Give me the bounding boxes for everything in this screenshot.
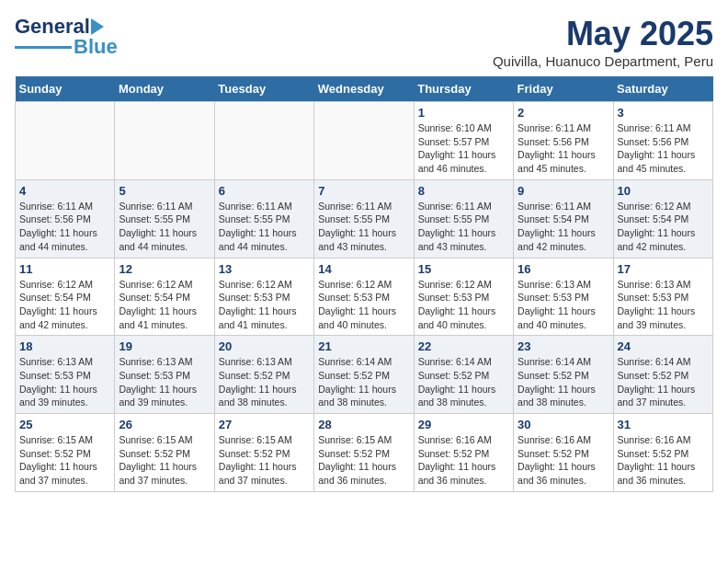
day-number: 5 xyxy=(119,184,210,198)
calendar-cell: 6Sunrise: 6:11 AM Sunset: 5:55 PM Daylig… xyxy=(214,179,313,258)
day-number: 1 xyxy=(418,106,509,120)
day-number: 4 xyxy=(19,184,110,198)
day-number: 8 xyxy=(418,184,509,198)
calendar-table: SundayMondayTuesdayWednesdayThursdayFrid… xyxy=(15,76,713,492)
calendar-cell: 4Sunrise: 6:11 AM Sunset: 5:56 PM Daylig… xyxy=(16,179,115,258)
weekday-header-wednesday: Wednesday xyxy=(314,76,414,102)
calendar-week-row: 18Sunrise: 6:13 AM Sunset: 5:53 PM Dayli… xyxy=(16,336,713,414)
day-number: 15 xyxy=(418,262,509,276)
day-info: Sunrise: 6:16 AM Sunset: 5:52 PM Dayligh… xyxy=(418,433,509,488)
day-info: Sunrise: 6:13 AM Sunset: 5:53 PM Dayligh… xyxy=(618,278,709,332)
day-info: Sunrise: 6:16 AM Sunset: 5:52 PM Dayligh… xyxy=(618,433,709,488)
day-number: 10 xyxy=(618,184,709,198)
day-number: 18 xyxy=(19,339,110,353)
day-number: 11 xyxy=(19,262,110,276)
calendar-cell: 7Sunrise: 6:11 AM Sunset: 5:55 PM Daylig… xyxy=(314,179,414,258)
calendar-cell: 23Sunrise: 6:14 AM Sunset: 5:52 PM Dayli… xyxy=(514,336,613,414)
calendar-week-row: 11Sunrise: 6:12 AM Sunset: 5:54 PM Dayli… xyxy=(16,258,713,336)
day-number: 13 xyxy=(219,262,310,276)
day-info: Sunrise: 6:12 AM Sunset: 5:54 PM Dayligh… xyxy=(618,200,709,254)
calendar-cell: 21Sunrise: 6:14 AM Sunset: 5:52 PM Dayli… xyxy=(314,336,414,414)
calendar-cell: 24Sunrise: 6:14 AM Sunset: 5:52 PM Dayli… xyxy=(613,336,712,414)
calendar-cell xyxy=(115,102,214,180)
day-number: 31 xyxy=(618,418,709,431)
day-info: Sunrise: 6:15 AM Sunset: 5:52 PM Dayligh… xyxy=(219,433,310,488)
logo-blue: Blue xyxy=(74,35,118,59)
calendar-cell: 15Sunrise: 6:12 AM Sunset: 5:53 PM Dayli… xyxy=(414,258,513,336)
calendar-cell: 28Sunrise: 6:15 AM Sunset: 5:52 PM Dayli… xyxy=(314,414,414,492)
day-number: 24 xyxy=(618,339,709,353)
weekday-header-tuesday: Tuesday xyxy=(214,76,313,102)
calendar-cell: 13Sunrise: 6:12 AM Sunset: 5:53 PM Dayli… xyxy=(214,258,313,336)
calendar-cell: 31Sunrise: 6:16 AM Sunset: 5:52 PM Dayli… xyxy=(613,414,712,492)
day-info: Sunrise: 6:14 AM Sunset: 5:52 PM Dayligh… xyxy=(618,355,709,409)
day-number: 26 xyxy=(119,418,210,431)
calendar-cell: 29Sunrise: 6:16 AM Sunset: 5:52 PM Dayli… xyxy=(414,414,513,492)
day-number: 9 xyxy=(518,184,609,198)
calendar-cell: 30Sunrise: 6:16 AM Sunset: 5:52 PM Dayli… xyxy=(514,414,613,492)
day-info: Sunrise: 6:13 AM Sunset: 5:53 PM Dayligh… xyxy=(119,355,210,409)
day-number: 17 xyxy=(618,262,709,276)
day-info: Sunrise: 6:14 AM Sunset: 5:52 PM Dayligh… xyxy=(318,355,409,409)
calendar-cell: 9Sunrise: 6:11 AM Sunset: 5:54 PM Daylig… xyxy=(514,179,613,258)
calendar-week-row: 1Sunrise: 6:10 AM Sunset: 5:57 PM Daylig… xyxy=(16,102,713,180)
calendar-cell: 16Sunrise: 6:13 AM Sunset: 5:53 PM Dayli… xyxy=(514,258,613,336)
calendar-cell xyxy=(214,102,313,180)
day-info: Sunrise: 6:15 AM Sunset: 5:52 PM Dayligh… xyxy=(318,433,409,488)
calendar-week-row: 25Sunrise: 6:15 AM Sunset: 5:52 PM Dayli… xyxy=(16,414,713,492)
day-info: Sunrise: 6:12 AM Sunset: 5:53 PM Dayligh… xyxy=(219,278,310,332)
calendar-cell: 10Sunrise: 6:12 AM Sunset: 5:54 PM Dayli… xyxy=(613,179,712,258)
svg-marker-0 xyxy=(91,18,104,35)
weekday-header-monday: Monday xyxy=(115,76,214,102)
calendar-cell: 2Sunrise: 6:11 AM Sunset: 5:56 PM Daylig… xyxy=(514,102,613,180)
calendar-cell: 1Sunrise: 6:10 AM Sunset: 5:57 PM Daylig… xyxy=(414,102,513,180)
weekday-header-sunday: Sunday xyxy=(16,76,115,102)
day-info: Sunrise: 6:12 AM Sunset: 5:54 PM Dayligh… xyxy=(119,278,210,332)
day-info: Sunrise: 6:16 AM Sunset: 5:52 PM Dayligh… xyxy=(518,433,609,488)
calendar-cell: 14Sunrise: 6:12 AM Sunset: 5:53 PM Dayli… xyxy=(314,258,414,336)
calendar-cell: 25Sunrise: 6:15 AM Sunset: 5:52 PM Dayli… xyxy=(16,414,115,492)
day-info: Sunrise: 6:12 AM Sunset: 5:53 PM Dayligh… xyxy=(318,278,409,332)
day-info: Sunrise: 6:11 AM Sunset: 5:54 PM Dayligh… xyxy=(518,200,609,254)
calendar-cell xyxy=(16,102,115,180)
calendar-cell: 22Sunrise: 6:14 AM Sunset: 5:52 PM Dayli… xyxy=(414,336,513,414)
day-info: Sunrise: 6:12 AM Sunset: 5:53 PM Dayligh… xyxy=(418,278,509,332)
day-info: Sunrise: 6:11 AM Sunset: 5:55 PM Dayligh… xyxy=(219,200,310,254)
day-info: Sunrise: 6:11 AM Sunset: 5:55 PM Dayligh… xyxy=(318,200,409,254)
location: Quivilla, Huanuco Department, Peru xyxy=(493,53,713,69)
calendar-cell: 20Sunrise: 6:13 AM Sunset: 5:52 PM Dayli… xyxy=(214,336,313,414)
day-number: 6 xyxy=(219,184,310,198)
day-info: Sunrise: 6:11 AM Sunset: 5:56 PM Dayligh… xyxy=(518,121,609,176)
day-number: 23 xyxy=(518,339,609,353)
calendar-cell: 18Sunrise: 6:13 AM Sunset: 5:53 PM Dayli… xyxy=(16,336,115,414)
day-number: 14 xyxy=(318,262,409,276)
calendar-cell: 11Sunrise: 6:12 AM Sunset: 5:54 PM Dayli… xyxy=(16,258,115,336)
calendar-cell: 8Sunrise: 6:11 AM Sunset: 5:55 PM Daylig… xyxy=(414,179,513,258)
day-info: Sunrise: 6:14 AM Sunset: 5:52 PM Dayligh… xyxy=(418,355,509,409)
calendar-cell: 12Sunrise: 6:12 AM Sunset: 5:54 PM Dayli… xyxy=(115,258,214,336)
day-info: Sunrise: 6:13 AM Sunset: 5:53 PM Dayligh… xyxy=(19,355,110,409)
day-info: Sunrise: 6:11 AM Sunset: 5:55 PM Dayligh… xyxy=(418,200,509,254)
day-info: Sunrise: 6:13 AM Sunset: 5:52 PM Dayligh… xyxy=(219,355,310,409)
calendar-week-row: 4Sunrise: 6:11 AM Sunset: 5:56 PM Daylig… xyxy=(16,179,713,258)
logo: General Blue xyxy=(15,15,118,59)
day-info: Sunrise: 6:11 AM Sunset: 5:55 PM Dayligh… xyxy=(119,200,210,254)
page-header: General Blue May 2025 Quivilla, Huanuco … xyxy=(15,15,713,69)
day-number: 2 xyxy=(518,106,609,120)
day-number: 16 xyxy=(518,262,609,276)
day-info: Sunrise: 6:13 AM Sunset: 5:53 PM Dayligh… xyxy=(518,278,609,332)
calendar-cell xyxy=(314,102,414,180)
day-number: 27 xyxy=(219,418,310,431)
day-number: 3 xyxy=(618,106,709,120)
day-number: 25 xyxy=(19,418,110,431)
calendar-cell: 3Sunrise: 6:11 AM Sunset: 5:56 PM Daylig… xyxy=(613,102,712,180)
day-info: Sunrise: 6:11 AM Sunset: 5:56 PM Dayligh… xyxy=(19,200,110,254)
day-number: 28 xyxy=(318,418,409,431)
day-number: 19 xyxy=(119,339,210,353)
month-title: May 2025 xyxy=(493,15,713,53)
calendar-cell: 5Sunrise: 6:11 AM Sunset: 5:55 PM Daylig… xyxy=(115,179,214,258)
calendar-cell: 17Sunrise: 6:13 AM Sunset: 5:53 PM Dayli… xyxy=(613,258,712,336)
day-number: 20 xyxy=(219,339,310,353)
day-info: Sunrise: 6:10 AM Sunset: 5:57 PM Dayligh… xyxy=(418,121,509,176)
day-number: 21 xyxy=(318,339,409,353)
